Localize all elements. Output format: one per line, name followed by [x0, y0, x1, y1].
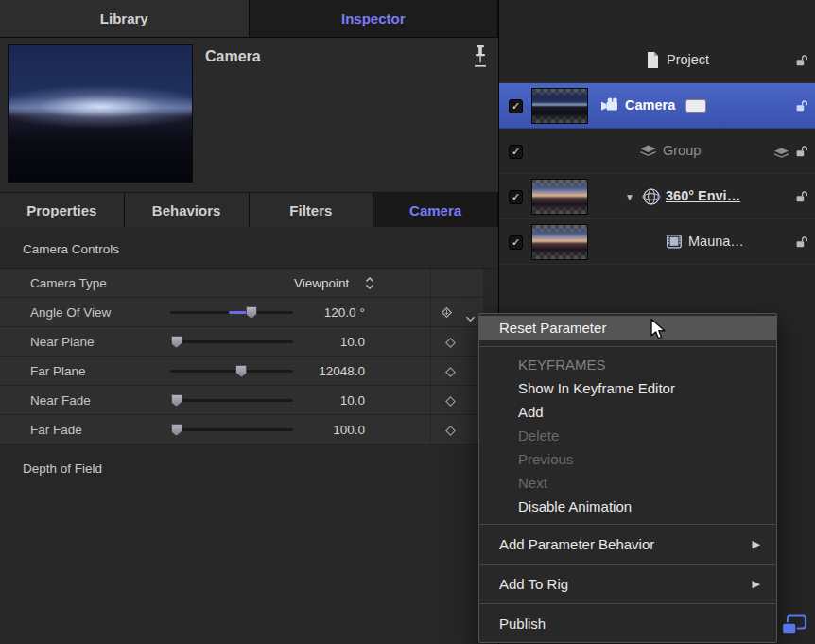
- slider-thumb[interactable]: [171, 336, 182, 348]
- keyframe-column: [430, 415, 483, 444]
- submenu-arrow-icon: ▶: [753, 570, 760, 598]
- camera-controls-panel: Camera Controls Camera Type Viewpoint: [0, 227, 498, 476]
- layer-row-camera[interactable]: ✓ Camera: [499, 83, 815, 129]
- camera-type-value: Viewpoint: [294, 276, 349, 290]
- far-fade-value[interactable]: 100.0: [267, 423, 365, 437]
- layer-row-project[interactable]: Project: [499, 38, 815, 83]
- menu-item-add-parameter-behavior[interactable]: Add Parameter Behavior▶: [479, 531, 776, 558]
- camera-preview-thumbnail: [8, 44, 193, 183]
- near-plane-value[interactable]: 10.0: [267, 335, 365, 349]
- keyframe-column: [430, 269, 483, 297]
- menu-item-next: Next: [479, 471, 776, 495]
- lock-icon[interactable]: [795, 54, 808, 71]
- sphere-360-icon: [641, 186, 662, 211]
- keyframe-diamond-icon[interactable]: [444, 336, 457, 353]
- pane-toggle-button[interactable]: [781, 614, 807, 639]
- disclosure-triangle-icon[interactable]: ▼: [625, 192, 634, 202]
- selected-object-title: Camera: [205, 48, 261, 65]
- slider-thumb[interactable]: [235, 365, 247, 377]
- row-far-plane: Far Plane 12048.0: [0, 357, 483, 386]
- layer-name: Project: [667, 52, 709, 67]
- inspector-header: Camera: [0, 38, 498, 193]
- keyframe-context-menu: Reset Parameter KEYFRAMES Show In Keyfra…: [478, 313, 777, 643]
- layer-checkbox[interactable]: ✓: [509, 145, 523, 159]
- keyframe-column: [430, 327, 483, 356]
- keyframe-diamond-icon[interactable]: [444, 424, 457, 441]
- row-near-fade: Near Fade 10.0: [0, 386, 483, 415]
- far-plane-value[interactable]: 12048.0: [267, 364, 365, 378]
- keyframe-diamond-icon[interactable]: [444, 365, 457, 382]
- lock-icon[interactable]: [795, 235, 808, 252]
- parameter-rows: Camera Type Viewpoint Angle Of View: [0, 268, 498, 444]
- layer-name: 360° Envi…: [666, 188, 740, 203]
- menu-item-previous: Previous: [479, 447, 776, 471]
- active-camera-badge: [685, 99, 706, 113]
- tab-behaviors[interactable]: Behaviors: [125, 193, 250, 227]
- keyframe-menu-icon[interactable]: [440, 305, 454, 323]
- layer-row-mauna[interactable]: ✓ Mauna…: [499, 219, 815, 265]
- document-icon: [645, 51, 660, 73]
- tab-library[interactable]: Library: [0, 0, 250, 38]
- near-fade-value[interactable]: 10.0: [267, 393, 365, 408]
- slider-thumb[interactable]: [246, 306, 257, 319]
- camera-type-label: Camera Type: [30, 276, 107, 290]
- menu-item-disable-animation[interactable]: Disable Animation: [479, 495, 776, 518]
- check-icon: ✓: [512, 100, 520, 113]
- lock-icon[interactable]: [795, 99, 808, 116]
- near-plane-label: Near Plane: [30, 335, 95, 349]
- angle-of-view-value[interactable]: 120.0°: [267, 305, 365, 320]
- tab-camera[interactable]: Camera: [373, 193, 498, 227]
- degree-unit: °: [360, 305, 365, 320]
- tab-properties[interactable]: Properties: [0, 193, 125, 227]
- camera-icon: [599, 97, 621, 115]
- row-far-fade: Far Fade 100.0: [0, 415, 483, 444]
- slider-thumb[interactable]: [171, 394, 182, 407]
- layers-list: Project ✓: [499, 38, 815, 265]
- layer-checkbox[interactable]: ✓: [509, 235, 523, 250]
- layer-name: Group: [663, 143, 701, 158]
- submenu-arrow-icon: ▶: [753, 531, 760, 558]
- check-icon: ✓: [512, 146, 520, 158]
- menu-header-keyframes: KEYFRAMES: [479, 353, 776, 376]
- lock-icon[interactable]: [795, 190, 808, 207]
- tab-filters[interactable]: Filters: [250, 193, 374, 227]
- lock-icon[interactable]: [795, 145, 808, 162]
- menu-item-add-to-rig[interactable]: Add To Rig▶: [479, 570, 776, 598]
- keyframe-column: [430, 357, 483, 385]
- keyframe-diamond-icon[interactable]: [444, 394, 457, 411]
- menu-item-add[interactable]: Add: [479, 400, 776, 424]
- check-icon: ✓: [512, 191, 520, 203]
- menu-separator: [479, 524, 776, 525]
- group-badge-icon: [773, 146, 789, 163]
- tab-inspector[interactable]: Inspector: [250, 0, 499, 38]
- inspector-tabbar: Properties Behaviors Filters Camera: [0, 193, 498, 227]
- row-angle-of-view: Angle Of View 120.0°: [0, 298, 483, 327]
- film-clip-icon: [667, 235, 682, 252]
- layer-row-group[interactable]: ✓ Group: [499, 129, 815, 174]
- row-camera-type: Camera Type Viewpoint: [0, 269, 483, 298]
- section-depth-of-field: Depth of Field: [0, 444, 498, 476]
- layer-name: Mauna…: [688, 234, 744, 249]
- far-fade-label: Far Fade: [30, 423, 82, 437]
- section-camera-controls: Camera Controls: [0, 227, 498, 268]
- check-icon: ✓: [512, 236, 520, 249]
- chevron-down-icon[interactable]: [465, 309, 476, 326]
- keyframe-column: [430, 298, 483, 326]
- layer-row-360-environment[interactable]: ✓ ▼ 360° Envi…: [499, 174, 815, 219]
- layer-thumbnail: [531, 179, 588, 215]
- slider-thumb[interactable]: [171, 424, 182, 436]
- near-fade-label: Near Fade: [30, 393, 91, 408]
- pin-icon[interactable]: [472, 44, 491, 72]
- menu-item-publish[interactable]: Publish: [479, 610, 776, 637]
- stepper-icon: [365, 276, 374, 294]
- group-icon: [639, 145, 657, 162]
- keyframe-column: [430, 386, 483, 414]
- layer-checkbox[interactable]: ✓: [509, 99, 523, 113]
- pane-tabbar-left: Library Inspector: [0, 0, 498, 38]
- layer-checkbox[interactable]: ✓: [509, 190, 523, 204]
- menu-item-reset-parameter[interactable]: Reset Parameter: [479, 316, 776, 340]
- row-near-plane: Near Plane 10.0: [0, 327, 483, 357]
- menu-separator: [479, 564, 776, 565]
- menu-item-show-in-keyframe-editor[interactable]: Show In Keyframe Editor: [479, 376, 776, 400]
- motion-inspector-window: Library Inspector Layers Media Audio Cam…: [0, 0, 815, 644]
